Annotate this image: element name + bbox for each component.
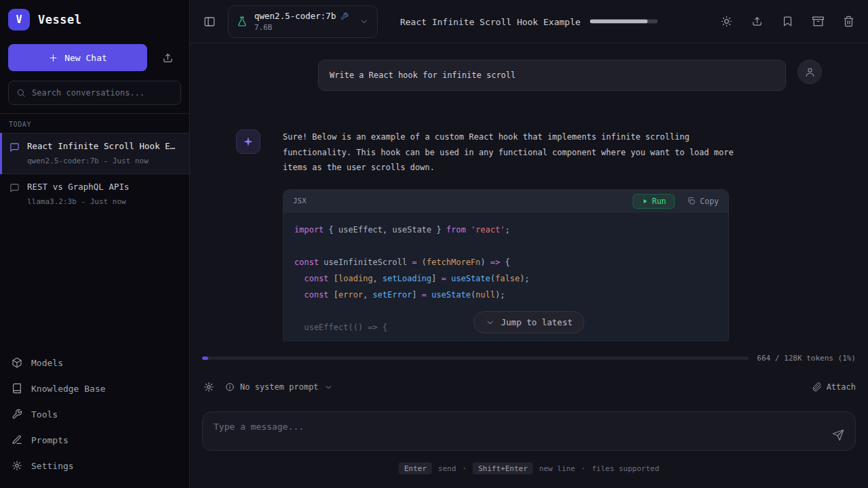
copy-code-button[interactable]: Copy bbox=[687, 197, 719, 206]
message-input-box bbox=[202, 411, 856, 451]
chat-bubble-icon bbox=[9, 142, 20, 152]
sidebar-nav: Models Knowledge Base Tools Prompts Sett… bbox=[0, 343, 189, 488]
conversation-list: TODAY React Infinite Scroll Hook Example… bbox=[0, 113, 189, 214]
vessel-logo-icon: V bbox=[8, 9, 30, 30]
attach-button[interactable]: Attach bbox=[812, 382, 856, 392]
jump-to-latest-label: Jump to latest bbox=[501, 317, 572, 327]
sidebar: V Vessel New Chat TODAY React Infinite S… bbox=[0, 0, 190, 488]
info-icon bbox=[225, 382, 235, 392]
token-usage-row: 664 / 128K tokens (1%) bbox=[202, 354, 856, 363]
send-button[interactable] bbox=[832, 429, 844, 441]
trash-icon bbox=[843, 16, 854, 27]
model-selector[interactable]: qwen2.5-coder:7b 7.6B bbox=[228, 5, 378, 38]
sidebar-item-settings[interactable]: Settings bbox=[0, 453, 189, 479]
token-usage-label: 664 / 128K tokens (1%) bbox=[757, 354, 856, 363]
archive-button[interactable] bbox=[811, 14, 825, 28]
composer: 664 / 128K tokens (1%) No system prompt … bbox=[202, 342, 856, 488]
shift-enter-key-hint: Shift+Enter bbox=[473, 462, 533, 474]
nav-label: Tools bbox=[31, 409, 58, 420]
conversation-item-react-infinite-scroll[interactable]: React Infinite Scroll Hook Example qwen2… bbox=[0, 133, 189, 174]
chevron-down-icon bbox=[486, 318, 495, 327]
hint-separator: · bbox=[581, 464, 586, 473]
model-name: qwen2.5-coder:7b bbox=[254, 11, 336, 21]
chevron-down-icon bbox=[359, 17, 369, 26]
nav-label: Prompts bbox=[31, 435, 68, 445]
delete-chat-button[interactable] bbox=[842, 14, 856, 28]
new-chat-button[interactable]: New Chat bbox=[8, 44, 147, 71]
conversation-search bbox=[8, 81, 181, 105]
sidebar-item-models[interactable]: Models bbox=[0, 350, 189, 375]
app-logo: V Vessel bbox=[0, 0, 189, 39]
sidebar-item-tools[interactable]: Tools bbox=[0, 401, 189, 427]
chat-bubble-icon bbox=[9, 183, 20, 193]
run-label: Run bbox=[652, 197, 667, 206]
pen-icon bbox=[12, 434, 22, 445]
token-progress-bar bbox=[202, 357, 749, 360]
system-prompt-selector[interactable]: No system prompt bbox=[225, 382, 333, 392]
page-title: React Infinite Scroll Hook Example bbox=[400, 16, 580, 26]
user-message: Write a React hook for infinite scroll bbox=[318, 60, 786, 91]
context-progress-bar bbox=[590, 20, 658, 24]
user-avatar bbox=[797, 60, 822, 84]
import-export-button[interactable] bbox=[154, 44, 181, 71]
system-prompt-label: No system prompt bbox=[240, 382, 319, 392]
panel-toggle-icon bbox=[203, 16, 216, 28]
sidebar-item-knowledge-base[interactable]: Knowledge Base bbox=[0, 375, 189, 401]
composer-controls: No system prompt Attach bbox=[202, 380, 856, 394]
plus-icon bbox=[48, 53, 58, 63]
chat-scroll-area[interactable]: Write a React hook for infinite scroll S… bbox=[190, 43, 868, 342]
enter-action-hint: send bbox=[438, 464, 456, 473]
share-button[interactable] bbox=[750, 14, 764, 28]
sidebar-item-prompts[interactable]: Prompts bbox=[0, 427, 189, 453]
code-line: import { useEffect, useState } from 'rea… bbox=[294, 222, 717, 238]
sun-icon bbox=[721, 16, 732, 27]
attach-label: Attach bbox=[827, 382, 856, 392]
bookmark-button[interactable] bbox=[781, 14, 795, 28]
conversation-title: REST vs GraphQL APIs bbox=[27, 182, 180, 192]
message-input[interactable] bbox=[214, 422, 823, 441]
sidebar-toggle-button[interactable] bbox=[202, 14, 217, 29]
app-title: Vessel bbox=[38, 13, 81, 26]
wrench-icon bbox=[12, 409, 22, 420]
chat-settings-button[interactable] bbox=[202, 380, 216, 394]
shift-enter-action-hint: new line bbox=[539, 464, 575, 473]
token-progress-fill bbox=[202, 357, 208, 360]
new-chat-label: New Chat bbox=[64, 53, 107, 63]
share-icon bbox=[751, 16, 763, 27]
archive-icon bbox=[812, 16, 824, 27]
run-code-button[interactable]: Run bbox=[633, 194, 675, 209]
bookmark-icon bbox=[782, 16, 793, 27]
context-progress-fill bbox=[590, 20, 648, 24]
cube-icon bbox=[12, 357, 22, 368]
user-icon bbox=[804, 66, 816, 78]
search-input[interactable] bbox=[32, 88, 173, 98]
jump-to-latest-button[interactable]: Jump to latest bbox=[473, 311, 585, 333]
conversation-meta: qwen2.5-coder:7b - Just now bbox=[27, 157, 180, 165]
nav-label: Knowledge Base bbox=[31, 384, 106, 394]
main-panel: qwen2.5-coder:7b 7.6B React Infinite Scr… bbox=[190, 0, 868, 488]
code-line: const [error, setError] = useState(null)… bbox=[294, 287, 717, 303]
keyboard-hints: Enter send · Shift+Enter new line · file… bbox=[202, 462, 856, 474]
conversation-meta: llama3.2:3b - Just now bbox=[27, 197, 180, 206]
code-block-header: JSX Run Copy bbox=[283, 190, 728, 213]
nav-label: Models bbox=[31, 358, 63, 368]
enter-key-hint: Enter bbox=[399, 462, 432, 474]
model-size: 7.6B bbox=[254, 23, 349, 32]
tool-capability-icon bbox=[340, 12, 349, 20]
files-hint: files supported bbox=[592, 464, 659, 473]
code-line: const [loading, setLoading] = useState(f… bbox=[294, 270, 717, 287]
assistant-avatar bbox=[236, 129, 260, 154]
assistant-message: Sure! Below is an example of a custom Re… bbox=[283, 129, 741, 176]
sparkle-icon bbox=[243, 136, 254, 147]
section-today-label: TODAY bbox=[0, 114, 189, 133]
search-icon bbox=[16, 88, 26, 98]
paperclip-icon bbox=[812, 382, 822, 392]
copy-label: Copy bbox=[700, 197, 719, 206]
code-line bbox=[294, 238, 717, 254]
send-icon bbox=[832, 429, 844, 441]
theme-toggle-button[interactable] bbox=[719, 14, 734, 28]
assistant-message-row: Sure! Below is an example of a custom Re… bbox=[236, 129, 822, 342]
conversation-title: React Infinite Scroll Hook Example bbox=[27, 141, 180, 151]
conversation-item-rest-vs-graphql[interactable]: REST vs GraphQL APIs llama3.2:3b - Just … bbox=[0, 174, 189, 214]
gear-icon bbox=[203, 382, 214, 392]
